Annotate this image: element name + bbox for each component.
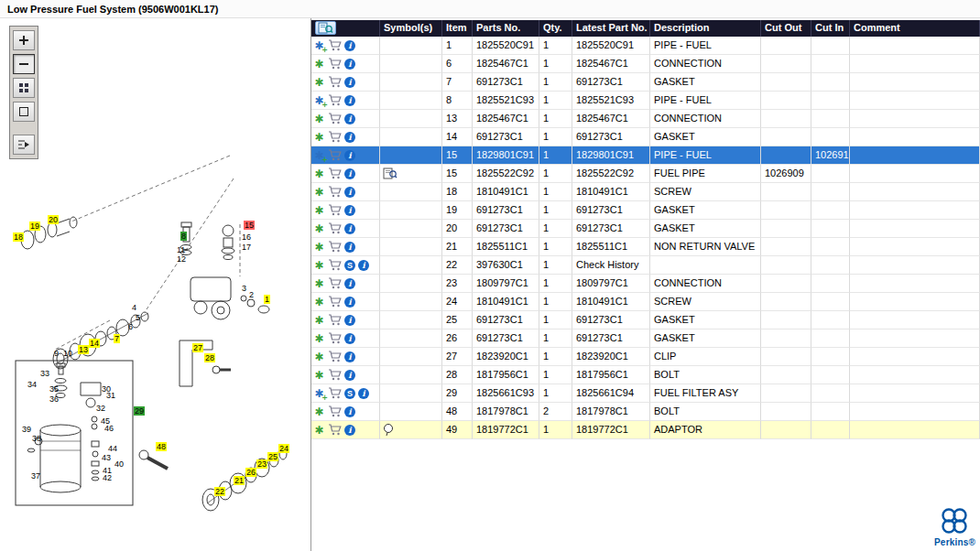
cart-icon[interactable] — [328, 39, 342, 51]
table-row-item-48[interactable]: ✱i481817978C121817978C1BOLT — [311, 403, 980, 421]
info-icon[interactable]: i — [344, 77, 355, 88]
table-row-item-27[interactable]: ✱i271823920C111823920C1CLIP — [311, 348, 980, 366]
callout-33[interactable]: 33 — [39, 369, 50, 378]
callout-32[interactable]: 32 — [95, 404, 106, 413]
table-row-item-26[interactable]: ✱i26691273C11691273C1GASKET — [311, 330, 980, 348]
info-icon[interactable]: i — [344, 297, 355, 308]
locate-in-list-button[interactable] — [13, 135, 35, 155]
info-icon[interactable]: i — [344, 95, 355, 106]
info-icon[interactable]: i — [344, 242, 355, 253]
cart-icon[interactable] — [328, 351, 342, 362]
cart-icon[interactable] — [328, 259, 342, 271]
cart-icon[interactable] — [328, 186, 342, 198]
assembly-icon[interactable]: ✱+ — [313, 387, 325, 400]
info-icon[interactable]: i — [344, 278, 355, 289]
callout-15[interactable]: 15 — [244, 221, 255, 230]
zoom-in-button[interactable] — [13, 30, 35, 50]
part-icon[interactable]: ✱ — [313, 314, 325, 327]
part-icon[interactable]: ✱ — [313, 351, 325, 363]
info-icon[interactable]: i — [344, 40, 355, 51]
cart-icon[interactable] — [328, 167, 342, 179]
part-icon[interactable]: ✱ — [313, 113, 325, 125]
info-icon[interactable]: i — [344, 187, 355, 198]
callout-21[interactable]: 21 — [234, 476, 245, 485]
cart-icon[interactable] — [328, 149, 342, 161]
cart-icon[interactable] — [328, 296, 342, 308]
part-icon[interactable]: ✱ — [313, 259, 325, 272]
info-icon[interactable]: i — [344, 333, 355, 344]
table-row-item-15[interactable]: ✱+i151829801C9111829801C91PIPE - FUEL102… — [311, 146, 980, 165]
parts-diagram[interactable] — [0, 18, 310, 551]
cart-icon[interactable] — [328, 94, 342, 106]
table-row-item-49[interactable]: ✱i491819772C111819772C1ADAPTOR — [311, 421, 980, 439]
part-icon[interactable]: ✱ — [313, 296, 325, 308]
part-icon[interactable]: ✱ — [313, 222, 325, 235]
cart-icon[interactable] — [328, 277, 342, 289]
callout-46[interactable]: 46 — [103, 424, 114, 433]
callout-6[interactable]: 6 — [127, 322, 134, 331]
part-icon[interactable]: ✱ — [313, 131, 325, 144]
part-icon[interactable]: ✱ — [313, 58, 325, 70]
part-icon[interactable]: ✱ — [313, 405, 325, 418]
table-row-item-19[interactable]: ✱i19691273C11691273C1GASKET — [311, 201, 980, 220]
callout-1[interactable]: 1 — [264, 295, 270, 304]
cart-icon[interactable] — [328, 241, 342, 253]
balloon-icon[interactable] — [383, 424, 394, 437]
table-row-item-22[interactable]: ✱Si22397630C11Check History — [311, 256, 980, 275]
info-icon[interactable]: i — [358, 388, 369, 399]
part-icon[interactable]: ✱ — [313, 332, 325, 345]
callout-34[interactable]: 34 — [27, 380, 38, 389]
table-row-item-21[interactable]: ✱i211825511C111825511C1NON RETURN VALVE — [311, 238, 980, 256]
supersession-icon[interactable]: S — [344, 260, 355, 271]
callout-10[interactable]: 10 — [62, 349, 73, 358]
callout-48[interactable]: 48 — [156, 442, 167, 451]
table-row-item-20[interactable]: ✱i20691273C11691273C1GASKET — [311, 220, 980, 238]
cart-icon[interactable] — [328, 405, 342, 417]
column-header-parts_no[interactable]: Parts No. — [473, 20, 539, 37]
zoom-out-button[interactable] — [13, 54, 35, 74]
cart-icon[interactable] — [328, 369, 342, 381]
cart-icon[interactable] — [328, 131, 342, 143]
info-icon[interactable]: i — [344, 370, 355, 381]
part-icon[interactable]: ✱ — [313, 186, 325, 199]
callout-37[interactable]: 37 — [30, 471, 41, 481]
callout-35[interactable]: 35 — [49, 384, 60, 394]
table-row-item-6[interactable]: ✱i61825467C111825467C1CONNECTION — [311, 55, 980, 73]
callout-12[interactable]: 12 — [176, 254, 187, 264]
callout-24[interactable]: 24 — [278, 444, 289, 453]
cart-icon[interactable] — [328, 424, 342, 436]
callout-5[interactable]: 5 — [135, 313, 141, 322]
cart-icon[interactable] — [328, 58, 342, 70]
callout-8[interactable]: 8 — [180, 232, 187, 241]
callout-16[interactable]: 16 — [241, 232, 252, 242]
info-icon[interactable]: i — [344, 223, 355, 234]
callout-11[interactable]: 11 — [176, 245, 186, 254]
callout-14[interactable]: 14 — [89, 339, 100, 348]
cart-icon[interactable] — [328, 222, 342, 234]
info-icon[interactable]: i — [344, 132, 355, 143]
column-header-comment[interactable]: Comment — [850, 20, 980, 37]
callout-22[interactable]: 22 — [214, 487, 225, 496]
table-row-item-18[interactable]: ✱i181810491C111810491C1SCREW — [311, 183, 980, 201]
column-header-cut_out[interactable]: Cut Out — [761, 20, 811, 37]
info-icon[interactable]: i — [344, 351, 355, 362]
table-row-item-7[interactable]: ✱i7691273C11691273C1GASKET — [311, 73, 980, 92]
table-row-item-14[interactable]: ✱i14691273C11691273C1GASKET — [311, 128, 980, 146]
callout-28[interactable]: 28 — [204, 353, 215, 362]
part-icon[interactable]: ✱ — [313, 76, 325, 89]
callout-43[interactable]: 43 — [101, 453, 112, 462]
table-row-item-29[interactable]: ✱+Si291825661C9311825661C94FUEL FILTER A… — [311, 384, 980, 403]
part-icon[interactable]: ✱ — [313, 369, 325, 382]
callout-39[interactable]: 39 — [21, 425, 32, 434]
part-icon[interactable]: ✱ — [313, 424, 325, 437]
header-tool-button[interactable] — [315, 21, 336, 35]
column-header-latest[interactable]: Latest Part No. — [572, 20, 650, 37]
info-icon[interactable]: i — [344, 113, 355, 124]
table-row-item-25[interactable]: ✱i25691273C11691273C1GASKET — [311, 311, 980, 330]
table-row-item-28[interactable]: ✱i281817956C111817956C1BOLT — [311, 366, 980, 384]
info-icon[interactable]: i — [358, 260, 369, 271]
view-document-icon[interactable] — [383, 167, 397, 179]
supersession-icon[interactable]: S — [344, 388, 355, 399]
callout-42[interactable]: 42 — [102, 473, 113, 482]
cart-icon[interactable] — [328, 332, 342, 344]
